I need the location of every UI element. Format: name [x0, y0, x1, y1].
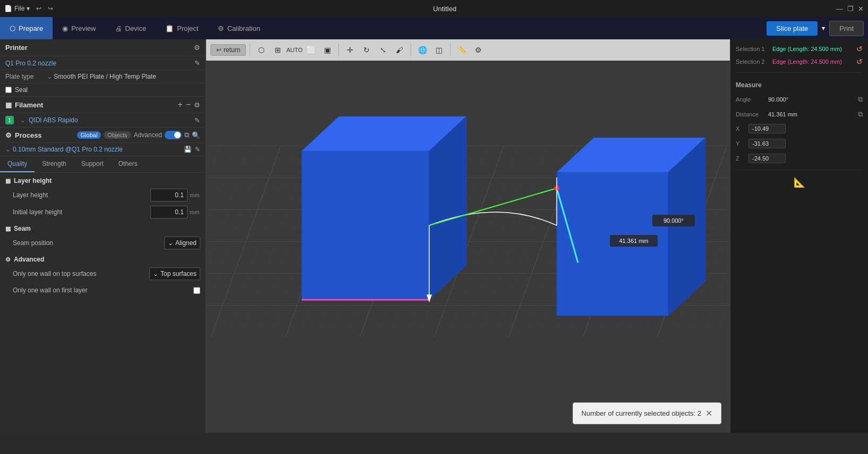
seam-position-select[interactable]: ⌄ Aligned — [164, 237, 200, 249]
filament-name[interactable]: QIDI ABS Rapido — [29, 116, 78, 124]
move-icon[interactable]: ✛ — [343, 43, 358, 57]
sel1-reset-btn[interactable]: ↺ — [856, 45, 863, 53]
z-input[interactable] — [748, 154, 786, 163]
filament-add-btn[interactable]: + — [177, 100, 182, 110]
initial-layer-height-row: Initial layer height mm — [0, 204, 206, 221]
slice-button[interactable]: Slice plate — [767, 21, 818, 36]
selection-2-row: Selection 2 Edge (Length: 24.500 mm) ↺ — [736, 57, 863, 66]
undo-btn[interactable]: ↩ — [36, 5, 41, 12]
cube-view-icon[interactable]: ⬡ — [254, 43, 269, 57]
file-menu-label: File — [14, 5, 24, 12]
maximize-btn[interactable]: ❐ — [847, 5, 854, 13]
seam-group-label: Seam — [14, 225, 31, 232]
tab-quality[interactable]: Quality — [0, 156, 35, 172]
sel1-value: Edge (Length: 24.500 mm) — [772, 46, 854, 52]
badge-objects[interactable]: Objects — [104, 131, 131, 139]
tb-sep-3 — [411, 44, 411, 56]
printer-name[interactable]: Q1 Pro 0.2 nozzle — [5, 60, 56, 67]
plate-type-label: Plate type — [5, 73, 42, 80]
filament-row: ▦ Filament + − ⚙ — [0, 97, 206, 113]
auto-icon[interactable]: AUTO — [287, 43, 302, 57]
filament-remove-btn[interactable]: − — [186, 100, 191, 110]
nav-device[interactable]: 🖨 Device — [106, 17, 156, 39]
notification: Number of currently selected objects: 2 … — [573, 402, 721, 424]
wall1-top-value: Top surfaces — [160, 270, 197, 278]
initial-layer-height-input-group: mm — [150, 206, 200, 218]
angle-value: 90.000° — [768, 96, 855, 103]
z-coord-row: Z — [736, 154, 863, 163]
return-btn[interactable]: ↩ return — [210, 44, 246, 56]
filament-item-edit-icon[interactable]: ✎ — [194, 116, 200, 124]
process-search-icon[interactable]: 🔍 — [192, 131, 200, 139]
initial-layer-height-unit: mm — [190, 209, 200, 215]
grid-icon[interactable]: ⊞ — [270, 43, 285, 57]
plate-dropdown-arrow: ⌄ — [47, 73, 54, 80]
tab-others[interactable]: Others — [111, 156, 145, 172]
tb-sep-1 — [250, 44, 250, 56]
right-panel: Selection 1 Edge (Length: 24.500 mm) ↺ S… — [730, 39, 868, 433]
scale-icon[interactable]: ⤡ — [376, 43, 390, 57]
nav-project[interactable]: 📋 Project — [156, 17, 208, 39]
wall1-first-row: Only one wall on first layer — [0, 282, 206, 298]
notification-text: Number of currently selected objects: 2 — [582, 409, 701, 417]
layer-height-group-label: Layer height — [14, 177, 52, 184]
close-btn[interactable]: ✕ — [858, 5, 864, 13]
sel2-reset-btn[interactable]: ↺ — [856, 57, 863, 66]
minimize-btn[interactable]: — — [836, 5, 843, 13]
distance-copy-btn[interactable]: ⧉ — [858, 110, 863, 119]
file-menu[interactable]: 📄 File ▾ — [4, 5, 30, 12]
print-button[interactable]: Print — [829, 21, 864, 36]
toggle-knob — [174, 132, 181, 138]
measure-title: Measure — [736, 81, 863, 89]
tab-support[interactable]: Support — [74, 156, 111, 172]
advanced-toggle[interactable] — [165, 131, 182, 139]
rotate-icon[interactable]: ↻ — [359, 43, 374, 57]
sel2-value: Edge (Length: 24.500 mm) — [772, 58, 854, 65]
process-copy-icon[interactable]: ⧉ — [184, 131, 189, 139]
preset-name[interactable]: 0.10mm Standard @Q1 Pro 0.2 nozzle — [13, 146, 123, 153]
measure-tool-icon[interactable]: 📐 — [794, 176, 805, 188]
seam-group-icon: ▦ — [5, 225, 11, 232]
svg-text:90.000°: 90.000° — [663, 217, 684, 224]
settings2-icon[interactable]: ⚙ — [471, 43, 486, 57]
y-input[interactable] — [748, 139, 786, 148]
angle-copy-btn[interactable]: ⧉ — [858, 95, 863, 104]
printer-edit-icon[interactable]: ✎ — [194, 59, 200, 67]
sep-1 — [736, 72, 863, 73]
layer-height-row: Layer height mm — [0, 187, 206, 204]
section-icon[interactable]: ◫ — [431, 43, 446, 57]
nav-calibration[interactable]: ⚙ Calibration — [208, 17, 270, 39]
process-label: ⚙ Process — [5, 131, 42, 139]
slice-dropdown-icon[interactable]: ▾ — [822, 24, 825, 32]
redo-btn[interactable]: ↪ — [48, 5, 53, 12]
notification-close-btn[interactable]: ✕ — [705, 408, 712, 418]
badge-global[interactable]: Global — [77, 131, 101, 139]
nav-right: Slice plate ▾ Print — [767, 21, 868, 36]
preset-dropdown-icon: ⌄ — [5, 146, 11, 153]
wall1-first-checkbox[interactable] — [193, 287, 200, 294]
filament-settings-icon[interactable]: ⚙ — [194, 101, 200, 109]
initial-layer-height-input[interactable] — [150, 206, 188, 218]
nav-prepare[interactable]: ⬡ Prepare — [0, 17, 53, 39]
paint-icon[interactable]: 🖌 — [392, 43, 407, 57]
measure-icon[interactable]: 📏 — [454, 43, 469, 57]
initial-layer-height-label: Initial layer height — [13, 208, 150, 216]
plate-type-value: ⌄ Smooth PEI Plate / High Temp Plate — [47, 73, 156, 80]
wall1-top-select[interactable]: ⌄ Top surfaces — [149, 267, 200, 280]
viewport-toolbar: ↩ return ⬡ ⊞ AUTO ⬜ ▣ ✛ ↻ ⤡ 🖌 🌐 ◫ 📏 ⚙ — [206, 39, 730, 61]
nav-preview[interactable]: ◉ Preview — [53, 17, 105, 39]
prepare-label: Prepare — [19, 24, 43, 32]
preset-edit-icon[interactable]: ✎ — [195, 146, 200, 153]
seal-checkbox[interactable] — [5, 87, 12, 93]
x-input[interactable] — [748, 124, 786, 133]
layer-height-group-icon: ▦ — [5, 178, 11, 184]
wireframe-icon[interactable]: ▣ — [320, 43, 335, 57]
layer-height-input[interactable] — [150, 189, 188, 201]
tb-sep-2 — [338, 44, 339, 56]
preset-save-icon[interactable]: 💾 — [184, 146, 192, 153]
printer-settings-icon[interactable]: ⚙ — [194, 44, 200, 52]
seam-position-label: Seam position — [13, 239, 164, 247]
orbit-icon[interactable]: 🌐 — [415, 43, 430, 57]
perspective-icon[interactable]: ⬜ — [303, 43, 318, 57]
tab-strength[interactable]: Strength — [35, 156, 73, 172]
